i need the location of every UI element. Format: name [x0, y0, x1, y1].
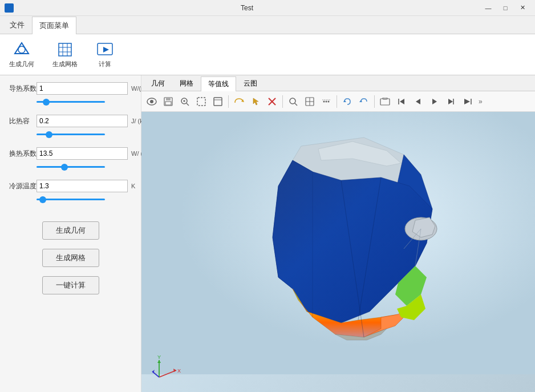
window-button[interactable] — [210, 94, 226, 110]
left-panel: 导热系数 W/(m·K) 比热容 J/ (kg·K) 换热系数 — [0, 75, 141, 392]
window-title: Test — [14, 4, 480, 12]
svg-point-10 — [150, 100, 153, 103]
specific-heat-input[interactable] — [37, 115, 128, 127]
first-frame-button[interactable] — [394, 94, 410, 110]
svg-text:Y: Y — [157, 354, 161, 360]
toolbar-separator-1 — [228, 95, 229, 108]
action-buttons: 生成几何 生成网格 一键计算 — [9, 221, 132, 294]
title-bar: Test — □ ✕ — [0, 0, 535, 16]
svg-rect-2 — [59, 43, 71, 56]
menu-tab-file[interactable]: 文件 — [2, 16, 32, 34]
right-panel: 几何 网格 等值线 云图 — [141, 75, 535, 392]
gen-geo-button[interactable]: 生成几何 — [42, 221, 99, 240]
compute-icon — [96, 41, 114, 59]
grid-button[interactable] — [318, 94, 334, 110]
toolbar: » — [141, 91, 535, 112]
compute-button[interactable]: 一键计算 — [42, 276, 99, 294]
app-icon — [5, 3, 14, 13]
screenshot-button[interactable] — [377, 94, 393, 110]
view-tabs: 几何 网格 等值线 云图 — [141, 75, 535, 91]
save-button[interactable] — [160, 94, 176, 110]
svg-marker-38 — [400, 99, 404, 104]
svg-rect-19 — [214, 98, 222, 106]
viewport[interactable]: T (K) 1.282e+00 1.000 5.000e-1 2.336e-03 — [141, 112, 535, 392]
svg-point-30 — [323, 100, 325, 102]
heat-transfer-label: 换热系数 — [9, 149, 33, 159]
param-heat-transfer: 换热系数 W/ (m^2·K) — [9, 147, 132, 175]
minimize-button[interactable]: — — [480, 2, 496, 14]
svg-rect-35 — [380, 99, 390, 105]
menu-bar: 文件 页面菜单 — [0, 16, 535, 34]
svg-marker-41 — [448, 99, 453, 104]
delete-button[interactable] — [264, 94, 280, 110]
svg-point-31 — [328, 100, 330, 102]
param-conductivity: 导热系数 W/(m·K) — [9, 82, 132, 110]
svg-marker-34 — [359, 100, 362, 102]
tab-cloud[interactable]: 云图 — [236, 76, 265, 91]
svg-marker-0 — [15, 43, 29, 54]
generate-geo-label: 生成几何 — [9, 60, 34, 68]
play-button[interactable] — [427, 94, 443, 110]
ribbon-generate-geo[interactable]: 生成几何 — [5, 38, 39, 71]
svg-rect-18 — [197, 98, 205, 106]
tab-contour[interactable]: 等值线 — [201, 76, 236, 91]
conductivity-slider[interactable] — [37, 101, 105, 103]
conductivity-label: 导热系数 — [9, 84, 33, 94]
ribbon-generate-mesh[interactable]: 生成网格 — [48, 38, 82, 71]
specific-heat-slider[interactable] — [37, 134, 105, 135]
svg-line-25 — [295, 103, 297, 106]
close-button[interactable]: ✕ — [514, 2, 530, 14]
toolbar-more[interactable]: » — [476, 98, 485, 106]
ribbon: 生成几何 生成网格 计算 — [0, 34, 535, 75]
maximize-button[interactable]: □ — [497, 2, 513, 14]
main-layout: 导热系数 W/(m·K) 比热容 J/ (kg·K) 换热系数 — [0, 75, 535, 392]
svg-marker-44 — [464, 99, 470, 104]
cooling-temp-slider[interactable] — [37, 199, 105, 200]
compute-label: 计算 — [99, 60, 111, 68]
zoom-fit-button[interactable] — [285, 94, 301, 110]
prev-frame-button[interactable] — [410, 94, 426, 110]
svg-rect-13 — [165, 102, 171, 105]
menu-tab-page[interactable]: 页面菜单 — [32, 17, 76, 34]
axes: X Y — [151, 354, 179, 383]
gen-mesh-button[interactable]: 生成网格 — [42, 249, 99, 267]
svg-marker-40 — [432, 99, 437, 104]
view-button[interactable] — [144, 94, 160, 110]
cooling-temp-label: 冷源温度 — [9, 181, 33, 191]
svg-point-1 — [18, 46, 25, 53]
svg-marker-67 — [157, 360, 161, 363]
undo-button[interactable] — [356, 94, 372, 110]
cooling-temp-input[interactable] — [37, 180, 128, 192]
heat-transfer-slider[interactable] — [37, 166, 105, 168]
svg-line-63 — [159, 370, 176, 377]
center-button[interactable] — [302, 94, 318, 110]
pick-button[interactable] — [248, 94, 264, 110]
window-controls: — □ ✕ — [480, 2, 530, 14]
heat-transfer-input[interactable] — [37, 147, 128, 160]
toolbar-separator-2 — [282, 95, 283, 108]
generate-mesh-icon — [56, 41, 74, 59]
param-cooling-temp: 冷源温度 K — [9, 180, 132, 208]
next-frame-button[interactable] — [443, 94, 459, 110]
svg-line-15 — [187, 103, 189, 106]
select-button[interactable] — [193, 94, 209, 110]
svg-point-24 — [290, 98, 295, 104]
reset-button[interactable] — [339, 94, 355, 110]
specific-heat-label: 比热容 — [9, 116, 33, 126]
svg-point-29 — [326, 100, 327, 102]
ribbon-compute[interactable]: 计算 — [91, 38, 119, 71]
last-frame-button[interactable] — [460, 94, 476, 110]
svg-rect-12 — [166, 98, 171, 100]
toolbar-separator-3 — [337, 95, 337, 108]
svg-marker-8 — [103, 47, 109, 52]
zoom-button[interactable] — [177, 94, 193, 110]
tab-geometry[interactable]: 几何 — [144, 76, 172, 91]
generate-geo-icon — [13, 41, 31, 59]
param-specific-heat: 比热容 J/ (kg·K) — [9, 115, 132, 143]
3d-view — [141, 112, 535, 374]
rotate-button[interactable] — [231, 94, 247, 110]
tab-mesh[interactable]: 网格 — [172, 76, 201, 91]
conductivity-input[interactable] — [37, 82, 128, 95]
generate-mesh-label: 生成网格 — [52, 60, 78, 68]
toolbar-separator-4 — [374, 95, 375, 108]
